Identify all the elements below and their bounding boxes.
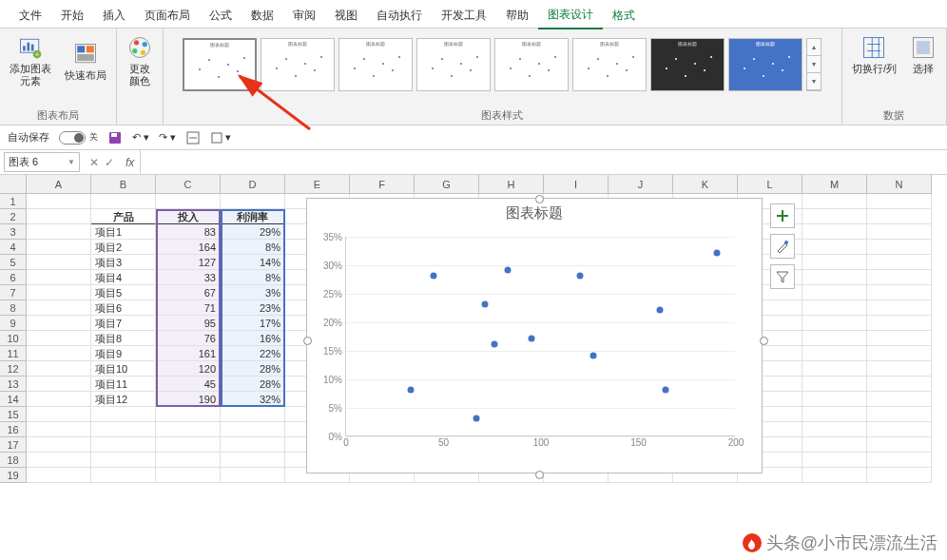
cell-B12[interactable]: 项目10	[91, 361, 156, 377]
cell-N12[interactable]	[867, 361, 932, 377]
chart-style-3[interactable]: 图表标题	[338, 38, 413, 91]
cell-M16[interactable]	[802, 422, 867, 437]
cell-C4[interactable]: 164	[156, 240, 221, 255]
enter-icon[interactable]: ✓	[105, 156, 114, 169]
cell-D4[interactable]: 8%	[221, 240, 285, 255]
col-header-G[interactable]: G	[415, 175, 479, 194]
tab-insert[interactable]: 插入	[93, 3, 135, 29]
row-header-18[interactable]: 18	[0, 453, 27, 468]
cell-C12[interactable]: 120	[156, 361, 221, 377]
undo-icon[interactable]: ↶ ▾	[132, 131, 149, 144]
data-point[interactable]	[590, 353, 597, 359]
cell-B8[interactable]: 项目6	[91, 300, 156, 316]
name-box[interactable]: 图表 6▼	[4, 152, 80, 172]
row-header-4[interactable]: 4	[0, 240, 27, 255]
cell-N7[interactable]	[867, 285, 932, 300]
chart-style-7[interactable]: 图表标题	[650, 38, 725, 91]
cell-D18[interactable]	[221, 453, 285, 468]
cell-B3[interactable]: 项目1	[91, 224, 156, 240]
tab-dev-tools[interactable]: 开发工具	[432, 3, 496, 29]
cell-A16[interactable]	[27, 422, 91, 437]
gallery-more-icon[interactable]: ▾	[807, 73, 821, 90]
redo-icon[interactable]: ↷ ▾	[159, 131, 176, 144]
cell-C3[interactable]: 83	[156, 224, 221, 240]
cell-N4[interactable]	[867, 240, 932, 255]
select-data-button[interactable]: 选择	[906, 32, 940, 77]
cell-C15[interactable]	[156, 407, 221, 422]
data-point[interactable]	[657, 307, 664, 314]
cell-M14[interactable]	[802, 392, 867, 407]
col-header-E[interactable]: E	[285, 175, 350, 194]
qat-icon-2[interactable]: ▾	[210, 130, 231, 145]
cell-N6[interactable]	[867, 270, 932, 285]
cell-B2[interactable]: 产品	[91, 209, 156, 224]
data-point[interactable]	[577, 273, 584, 280]
row-header-8[interactable]: 8	[0, 300, 27, 316]
tab-file[interactable]: 文件	[10, 3, 51, 29]
cell-A5[interactable]	[27, 255, 91, 270]
chart-style-1[interactable]: 图表标题	[183, 38, 257, 91]
cell-D15[interactable]	[221, 407, 285, 422]
data-point[interactable]	[528, 336, 534, 342]
cell-A7[interactable]	[27, 285, 91, 300]
row-header-19[interactable]: 19	[0, 468, 27, 483]
cell-M2[interactable]	[802, 209, 867, 224]
cell-B6[interactable]: 项目4	[91, 270, 156, 285]
tab-data[interactable]: 数据	[242, 3, 283, 29]
cell-A17[interactable]	[27, 437, 91, 453]
cell-A9[interactable]	[27, 316, 91, 331]
cell-C7[interactable]: 67	[156, 285, 221, 300]
cell-C17[interactable]	[156, 437, 221, 453]
cell-M17[interactable]	[802, 437, 867, 453]
row-header-7[interactable]: 7	[0, 285, 27, 300]
chart-style-2[interactable]: 图表标题	[261, 38, 335, 91]
cell-B18[interactable]	[91, 453, 156, 468]
cell-D2[interactable]: 利润率	[221, 209, 285, 224]
cell-D9[interactable]: 17%	[221, 316, 285, 331]
col-header-B[interactable]: B	[91, 175, 156, 194]
autosave-toggle[interactable]	[59, 131, 86, 145]
qat-icon-1[interactable]	[185, 130, 201, 145]
cell-M15[interactable]	[802, 407, 867, 422]
cell-D11[interactable]: 22%	[221, 346, 285, 361]
data-point[interactable]	[491, 341, 497, 348]
formula-input[interactable]	[140, 150, 947, 174]
cell-A2[interactable]	[27, 209, 91, 224]
cell-D14[interactable]: 32%	[221, 392, 285, 407]
cell-A13[interactable]	[27, 377, 91, 392]
cell-B9[interactable]: 项目7	[91, 316, 156, 331]
cell-A6[interactable]	[27, 270, 91, 285]
row-header-16[interactable]: 16	[0, 422, 27, 437]
cell-A3[interactable]	[27, 224, 91, 240]
cell-A11[interactable]	[27, 346, 91, 361]
cell-N8[interactable]	[867, 300, 932, 316]
col-header-J[interactable]: J	[609, 175, 673, 194]
cell-D17[interactable]	[221, 437, 285, 453]
chart-elements-button[interactable]	[770, 203, 795, 228]
cell-A12[interactable]	[27, 361, 91, 377]
cell-N3[interactable]	[867, 224, 932, 240]
add-chart-element-button[interactable]: + 添加图表 元素	[6, 32, 55, 89]
chart-style-6[interactable]: 图表标题	[572, 38, 647, 91]
row-header-3[interactable]: 3	[0, 224, 27, 240]
chart-handle[interactable]	[303, 337, 312, 345]
chart-handle[interactable]	[760, 337, 768, 345]
change-colors-button[interactable]: 更改 颜色	[123, 32, 157, 89]
cell-B1[interactable]	[91, 194, 156, 209]
cell-B17[interactable]	[91, 437, 156, 453]
cell-C1[interactable]	[156, 194, 221, 209]
cell-C2[interactable]: 投入	[156, 209, 221, 224]
chart-style-4[interactable]: 图表标题	[416, 38, 491, 91]
cell-N15[interactable]	[867, 407, 932, 422]
cell-N1[interactable]	[867, 194, 932, 209]
cell-B16[interactable]	[91, 422, 156, 437]
tab-home[interactable]: 开始	[51, 3, 93, 29]
data-point[interactable]	[407, 387, 414, 394]
chart-styles-button[interactable]	[770, 234, 795, 259]
select-all-corner[interactable]	[0, 175, 27, 194]
chart-plot-area[interactable]: 0%5%10%15%20%25%30%35%050100150200	[345, 237, 735, 436]
row-header-17[interactable]: 17	[0, 437, 27, 453]
col-header-I[interactable]: I	[544, 175, 609, 194]
row-header-14[interactable]: 14	[0, 392, 27, 407]
row-header-15[interactable]: 15	[0, 407, 27, 422]
